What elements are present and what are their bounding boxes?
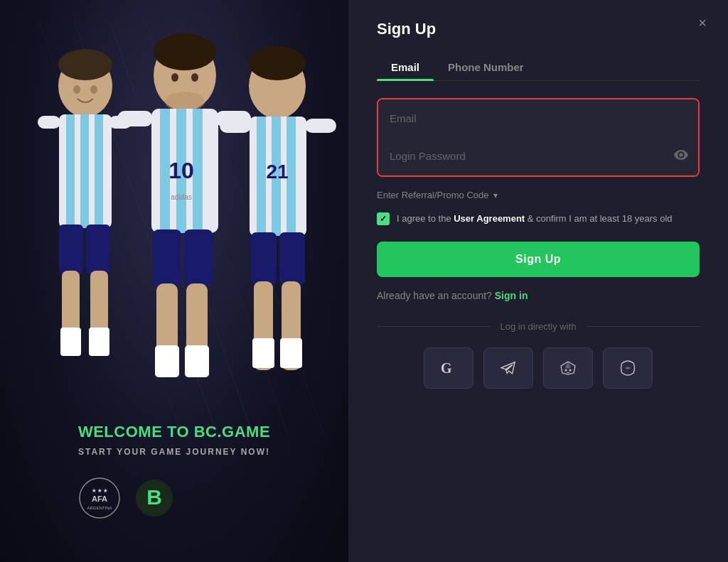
divider-line-right — [586, 326, 700, 327]
divider-text: Log in directly with — [500, 321, 577, 332]
signup-button[interactable]: Sign Up — [377, 242, 700, 277]
agreement-row: I agree to the User Agreement & confirm … — [377, 212, 700, 226]
metamask-login-button[interactable] — [543, 347, 593, 389]
svg-point-22 — [154, 33, 216, 70]
telegram-login-button[interactable] — [483, 347, 533, 389]
svg-rect-20 — [89, 328, 109, 356]
players-illustration: 10 adidas — [0, 0, 348, 434]
svg-rect-15 — [59, 225, 83, 274]
google-login-button[interactable]: G — [424, 347, 473, 389]
left-panel: 10 adidas — [0, 0, 348, 562]
svg-text:B: B — [146, 485, 162, 509]
svg-rect-13 — [38, 116, 60, 129]
signup-tabs: Email Phone Number — [377, 54, 700, 81]
svg-rect-35 — [184, 229, 213, 286]
agreement-checkbox[interactable] — [377, 212, 390, 225]
svg-rect-10 — [66, 114, 75, 228]
signin-row: Already have an account? Sign in — [377, 290, 700, 301]
svg-rect-50 — [279, 232, 305, 285]
form-box — [377, 98, 700, 177]
email-field-wrapper — [378, 99, 698, 137]
modal-title: Sign Up — [377, 20, 700, 38]
svg-rect-39 — [185, 345, 209, 377]
svg-point-41 — [249, 46, 306, 80]
google-icon: G — [441, 360, 456, 376]
svg-point-8 — [90, 85, 97, 94]
modal-overlay: 10 adidas — [0, 0, 728, 562]
svg-rect-16 — [86, 225, 110, 274]
welcome-title: WELCOME TO BC.GAME — [78, 423, 270, 441]
svg-rect-11 — [80, 114, 89, 228]
afa-logo: ★ ★ ★ AFA ARGENTINA — [78, 477, 121, 519]
svg-rect-47 — [220, 119, 251, 133]
logos-row: ★ ★ ★ AFA ARGENTINA B — [78, 477, 270, 519]
signin-link[interactable]: Sign in — [495, 290, 528, 301]
svg-point-6 — [58, 49, 112, 80]
svg-rect-29 — [193, 109, 203, 233]
svg-text:G: G — [441, 360, 452, 376]
password-field-wrapper — [378, 137, 698, 175]
email-input[interactable] — [378, 99, 698, 137]
svg-rect-49 — [251, 232, 277, 285]
social-buttons: G — [377, 347, 700, 389]
svg-point-65 — [569, 369, 572, 371]
svg-point-24 — [171, 73, 178, 82]
svg-rect-19 — [60, 328, 81, 356]
svg-text:★ ★ ★: ★ ★ ★ — [92, 488, 108, 493]
bc-game-logo: B — [135, 479, 174, 518]
social-divider: Log in directly with — [377, 321, 700, 332]
tab-phone[interactable]: Phone Number — [434, 54, 538, 80]
svg-rect-12 — [95, 114, 103, 228]
svg-text:10: 10 — [168, 158, 194, 183]
svg-point-25 — [191, 73, 198, 82]
svg-rect-53 — [252, 338, 274, 368]
welcome-subtitle: START YOUR GAME JOURNEY NOW! — [78, 447, 270, 457]
close-button[interactable]: × — [692, 13, 712, 33]
svg-rect-38 — [155, 345, 179, 377]
right-panel: × Sign Up Email Phone Number Enter — [348, 0, 728, 562]
metamask-icon — [560, 360, 577, 376]
divider-line-left — [377, 326, 491, 327]
wallet-login-button[interactable] — [603, 347, 653, 389]
svg-text:ARGENTINA: ARGENTINA — [87, 506, 112, 510]
agreement-text: I agree to the User Agreement & confirm … — [397, 212, 673, 226]
svg-rect-54 — [280, 338, 302, 368]
telegram-icon — [500, 361, 516, 375]
password-toggle-icon[interactable] — [674, 150, 688, 163]
svg-rect-48 — [305, 119, 336, 133]
wallet-icon — [619, 360, 636, 376]
referral-label: Enter Referral/Promo Code — [377, 190, 489, 200]
svg-point-7 — [73, 85, 80, 94]
welcome-section: WELCOME TO BC.GAME START YOUR GAME JOURN… — [78, 423, 270, 519]
svg-text:AFA: AFA — [92, 495, 107, 503]
svg-text:adidas: adidas — [171, 193, 191, 201]
svg-rect-32 — [117, 111, 153, 126]
svg-text:21: 21 — [266, 161, 288, 183]
referral-row[interactable]: Enter Referral/Promo Code ▾ — [377, 190, 700, 200]
referral-chevron-icon: ▾ — [493, 190, 498, 200]
svg-rect-43 — [257, 117, 266, 236]
signin-prompt: Already have an account? — [377, 290, 492, 301]
svg-point-64 — [565, 369, 567, 371]
svg-rect-34 — [153, 229, 181, 286]
svg-point-23 — [165, 92, 205, 112]
password-input[interactable] — [378, 137, 698, 175]
tab-email[interactable]: Email — [377, 54, 434, 80]
